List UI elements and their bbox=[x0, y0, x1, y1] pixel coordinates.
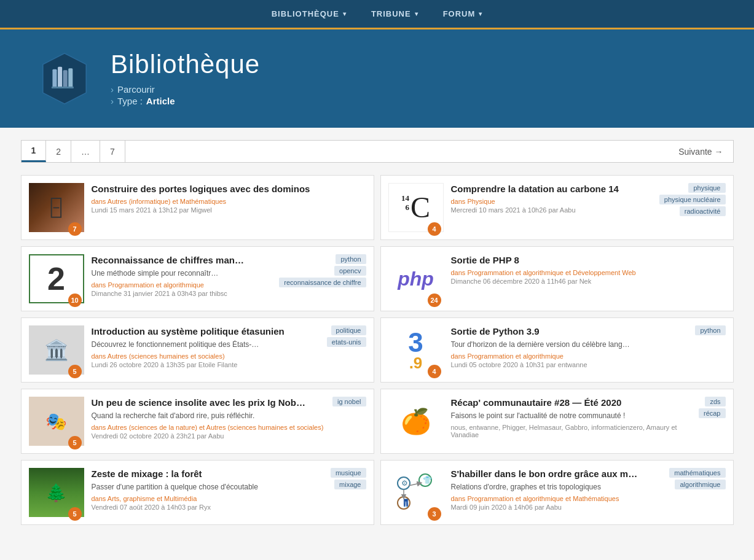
comment-badge-carbone: 4 bbox=[428, 222, 441, 236]
digit-2: 2 bbox=[47, 263, 65, 295]
comment-badge-dominos: 7 bbox=[68, 222, 82, 236]
article-title-foret[interactable]: Zeste de mixage : la forêt bbox=[92, 468, 323, 480]
tags-carbone: physique physique nucléaire radioactivit… bbox=[659, 183, 726, 216]
tag-reconnaissance[interactable]: reconnaissance de chiffre bbox=[279, 278, 366, 287]
comment-badge-php8: 24 bbox=[428, 294, 441, 307]
nav-forum-arrow: ▾ bbox=[479, 10, 482, 17]
article-date-python39: Lundi 05 octobre 2020 à 10h31 par entwan… bbox=[451, 361, 688, 368]
article-info-foret: Zeste de mixage : la forêt Passer d'une … bbox=[92, 468, 323, 511]
page-1[interactable]: 1 bbox=[22, 141, 47, 162]
article-habiller: ⚙ 👕 👖 3 S'habiller dans le bon ord bbox=[380, 460, 734, 525]
next-page-button[interactable]: Suivante → bbox=[669, 142, 732, 161]
article-recap28: 🍊 Récap' communautaire #28 — Été 2020 Fa… bbox=[380, 389, 734, 454]
article-meta-ignobel[interactable]: dans Autres (sciences de la nature) et A… bbox=[92, 424, 325, 431]
library-icon bbox=[37, 51, 92, 106]
comment-badge-foret: 5 bbox=[68, 507, 82, 521]
nav-tribune-label: TRIBUNE bbox=[371, 9, 411, 18]
article-title-dominos[interactable]: Construire des portes logiques avec des … bbox=[92, 183, 366, 195]
article-politique: 🏛️ 5 Introduction au système politique é… bbox=[21, 317, 374, 383]
article-title-politique[interactable]: Introduction au système politique étasun… bbox=[92, 325, 320, 338]
article-info-politique: Introduction au système politique étasun… bbox=[92, 325, 320, 368]
tag-physique-nucleaire[interactable]: physique nucléaire bbox=[659, 195, 726, 204]
article-chiffres: 2 10 Reconnaissance de chiffres man… Une… bbox=[21, 246, 374, 311]
article-php8: php 24 Sortie de PHP 8 dans Programmatio… bbox=[380, 246, 734, 311]
tag-opencv[interactable]: opencv bbox=[334, 266, 366, 276]
article-title-carbone[interactable]: Comprendre la datation au carbone 14 bbox=[451, 183, 652, 195]
svg-rect-4 bbox=[68, 68, 73, 87]
article-meta-dominos[interactable]: dans Autres (informatique) et Mathématiq… bbox=[92, 198, 366, 205]
tag-etats-unis[interactable]: etats-unis bbox=[327, 337, 366, 347]
tag-zds[interactable]: zds bbox=[705, 397, 725, 406]
article-title-ignobel[interactable]: Un peu de science insolite avec les prix… bbox=[92, 397, 325, 409]
page-title: Bibliothèque bbox=[111, 50, 260, 79]
nav-forum-label: FORUM bbox=[443, 9, 476, 18]
article-title-habiller[interactable]: S'habiller dans le bon ordre grâce aux m… bbox=[451, 468, 662, 480]
article-date-dominos: Lundi 15 mars 2021 à 13h12 par Migwel bbox=[92, 206, 366, 214]
article-info-chiffres: Reconnaissance de chiffres man… Une méth… bbox=[92, 254, 272, 297]
article-ignobel: 🎭 5 Un peu de science insolite avec les … bbox=[21, 389, 374, 454]
breadcrumb-type[interactable]: › Type : Article bbox=[111, 96, 260, 106]
header-text: Bibliothèque › Parcourir › Type : Articl… bbox=[111, 50, 260, 107]
article-subtitle-python39: Tour d'horizon de la dernière version du… bbox=[451, 340, 688, 349]
article-date-habiller: Mardi 09 juin 2020 à 14h06 par Aabu bbox=[451, 504, 662, 511]
article-title-recap28[interactable]: Récap' communautaire #28 — Été 2020 bbox=[451, 397, 691, 409]
tag-python-chiffres[interactable]: python bbox=[336, 254, 366, 264]
carbon-symbol: 14 6 C bbox=[401, 194, 430, 220]
article-info-carbone: Comprendre la datation au carbone 14 dan… bbox=[451, 183, 652, 214]
tag-musique[interactable]: musique bbox=[331, 468, 366, 478]
comment-badge-ignobel: 5 bbox=[68, 436, 82, 449]
tag-python-39[interactable]: python bbox=[695, 325, 725, 335]
svg-rect-1 bbox=[52, 69, 57, 88]
article-date-chiffres: Dimanche 31 janvier 2021 à 03h43 par thi… bbox=[92, 290, 272, 297]
article-meta-foret[interactable]: dans Arts, graphisme et Multimédia bbox=[92, 495, 323, 502]
article-subtitle-politique: Découvrez le fonctionnement politique de… bbox=[92, 340, 320, 349]
breadcrumb-parcourir-label: Parcourir bbox=[117, 84, 155, 95]
svg-rect-2 bbox=[58, 67, 62, 88]
tag-physique[interactable]: physique bbox=[688, 183, 725, 193]
article-meta-habiller[interactable]: dans Programmation et algorithmique et M… bbox=[451, 495, 662, 502]
page-ellipsis: … bbox=[71, 141, 100, 162]
article-info-recap28: Récap' communautaire #28 — Été 2020 Fais… bbox=[451, 397, 691, 440]
page-2[interactable]: 2 bbox=[46, 141, 71, 162]
article-date-politique: Lundi 26 octobre 2020 à 13h35 par Etoile… bbox=[92, 361, 320, 368]
tag-politique[interactable]: politique bbox=[331, 325, 366, 335]
tag-algorithmique[interactable]: algorithmique bbox=[675, 480, 725, 489]
tags-politique: politique etats-unis bbox=[327, 325, 366, 347]
nav-bibliotheque-label: BIBLIOTHÈQUE bbox=[272, 9, 339, 18]
tag-radioactivite[interactable]: radioactivité bbox=[680, 206, 726, 216]
svg-rect-5 bbox=[52, 87, 74, 88]
breadcrumb-parcourir[interactable]: › Parcourir bbox=[111, 84, 260, 95]
page-7[interactable]: 7 bbox=[100, 141, 125, 162]
article-title-chiffres[interactable]: Reconnaissance de chiffres man… bbox=[92, 254, 272, 266]
article-title-php8[interactable]: Sortie de PHP 8 bbox=[451, 254, 726, 266]
pagination-bar: 1 2 … 7 Suivante → bbox=[21, 140, 734, 163]
nav-tribune[interactable]: TRIBUNE ▾ bbox=[371, 1, 418, 27]
article-meta-carbone[interactable]: dans Physique bbox=[451, 198, 652, 205]
article-meta-chiffres[interactable]: dans Programmation et algorithmique bbox=[92, 281, 272, 289]
article-title-python39[interactable]: Sortie de Python 3.9 bbox=[451, 325, 688, 338]
tags-chiffres: python opencv reconnaissance de chiffre bbox=[279, 254, 366, 287]
top-navigation: BIBLIOTHÈQUE ▾ TRIBUNE ▾ FORUM ▾ bbox=[0, 0, 754, 29]
tag-mixage[interactable]: mixage bbox=[334, 480, 366, 489]
comment-badge-habiller: 3 bbox=[428, 507, 441, 521]
comment-badge-chiffres: 10 bbox=[68, 294, 82, 307]
nav-forum[interactable]: FORUM ▾ bbox=[443, 1, 483, 27]
article-subtitle-habiller: Relations d'ordre, graphes et tris topol… bbox=[451, 483, 662, 491]
tag-recap[interactable]: récap bbox=[699, 408, 726, 418]
article-meta-php8[interactable]: dans Programmation et algorithmique et D… bbox=[451, 269, 726, 276]
nav-tribune-arrow: ▾ bbox=[415, 10, 418, 17]
article-subtitle-foret: Passer d'une partition à quelque chose d… bbox=[92, 483, 323, 491]
main-content: 1 2 … 7 Suivante → 🁣 7 Construire des po… bbox=[9, 128, 746, 537]
svg-text:👕: 👕 bbox=[423, 475, 432, 484]
article-info-python39: Sortie de Python 3.9 Tour d'horizon de l… bbox=[451, 325, 688, 368]
nav-bibliotheque[interactable]: BIBLIOTHÈQUE ▾ bbox=[272, 1, 347, 27]
article-meta-python39[interactable]: dans Programmation et algorithmique bbox=[451, 352, 688, 360]
article-meta-politique[interactable]: dans Autres (sciences humaines et social… bbox=[92, 352, 320, 360]
tags-foret: musique mixage bbox=[331, 468, 366, 489]
article-subtitle-recap28: Faisons le point sur l'actualité de notr… bbox=[451, 411, 691, 420]
tag-mathematiques[interactable]: mathématiques bbox=[669, 468, 725, 478]
tag-ignobel[interactable]: ig nobel bbox=[332, 397, 366, 406]
article-subtitle-ignobel: Quand la recherche fait d'abord rire, pu… bbox=[92, 411, 325, 420]
nav-bibliotheque-arrow: ▾ bbox=[343, 10, 347, 17]
breadcrumb-arrow-1: › bbox=[111, 84, 114, 95]
